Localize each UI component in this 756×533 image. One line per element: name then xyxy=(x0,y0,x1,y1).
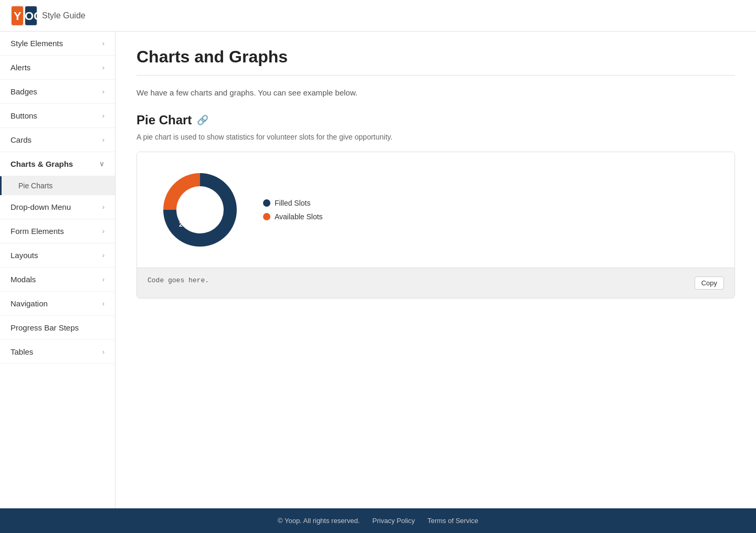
copy-button[interactable]: Copy xyxy=(695,276,724,290)
chevron-icon: › xyxy=(102,348,104,356)
sidebar-item-cards[interactable]: Cards › xyxy=(0,128,115,152)
chevron-icon: › xyxy=(102,227,104,235)
chevron-down-icon: ∨ xyxy=(99,160,104,168)
pie-legend: Filled Slots Available Slots xyxy=(263,199,323,221)
legend-item-filled: Filled Slots xyxy=(263,199,323,207)
sidebar-item-label: Cards xyxy=(10,135,32,144)
sidebar: Style Elements › Alerts › Badges › Butto… xyxy=(0,31,116,508)
legend-item-available: Available Slots xyxy=(263,212,323,221)
page-title: Charts and Graphs xyxy=(136,47,735,67)
sidebar-item-label: Drop-down Menu xyxy=(10,202,71,211)
sidebar-item-badges[interactable]: Badges › xyxy=(0,80,115,104)
sidebar-item-charts-graphs[interactable]: Charts & Graphs ∨ xyxy=(0,152,115,176)
footer-terms-link[interactable]: Terms of Service xyxy=(427,517,478,525)
yoop-logo-icon: Y OOP xyxy=(10,5,38,26)
chevron-icon: › xyxy=(102,203,104,211)
logo[interactable]: Y OOP Style Guide xyxy=(10,5,86,26)
section-title: Pie Chart 🔗 xyxy=(136,113,735,127)
sidebar-item-tables[interactable]: Tables › xyxy=(0,340,115,364)
pie-chart-section: Pie Chart 🔗 A pie chart is used to show … xyxy=(136,113,735,299)
legend-label-available: Available Slots xyxy=(275,212,323,221)
chevron-icon: › xyxy=(102,251,104,259)
sidebar-item-pie-charts[interactable]: Pie Charts xyxy=(0,176,115,195)
chevron-icon: › xyxy=(102,136,104,144)
sidebar-item-alerts[interactable]: Alerts › xyxy=(0,56,115,80)
chevron-icon: › xyxy=(102,275,104,283)
sidebar-item-label: Buttons xyxy=(10,111,37,120)
chart-area: 75% 25% Filled Slots Available Slots xyxy=(137,152,734,268)
sidebar-submenu-charts: Pie Charts xyxy=(0,176,115,195)
code-block: Code goes here. Copy xyxy=(137,268,734,298)
sidebar-item-label: Progress Bar Steps xyxy=(10,323,79,332)
sidebar-item-modals[interactable]: Modals › xyxy=(0,268,115,292)
footer: © Yoop. All rights reserved. Privacy Pol… xyxy=(0,508,756,533)
footer-copyright: © Yoop. All rights reserved. xyxy=(278,517,360,525)
title-divider xyxy=(136,75,735,76)
pie-chart: 75% 25% xyxy=(158,168,242,252)
sidebar-item-dropdown-menu[interactable]: Drop-down Menu › xyxy=(0,195,115,219)
sidebar-item-label: Style Elements xyxy=(10,39,63,48)
sidebar-item-label: Form Elements xyxy=(10,227,64,236)
sidebar-item-style-elements[interactable]: Style Elements › xyxy=(0,31,115,56)
header: Y OOP Style Guide xyxy=(0,0,756,31)
legend-label-filled: Filled Slots xyxy=(275,199,310,207)
footer-privacy-link[interactable]: Privacy Policy xyxy=(372,517,415,525)
chevron-icon: › xyxy=(102,112,104,120)
layout: Style Elements › Alerts › Badges › Butto… xyxy=(0,31,756,508)
main-content: Charts and Graphs We have a few charts a… xyxy=(116,31,756,508)
sidebar-item-label: Alerts xyxy=(10,63,30,72)
svg-text:Y: Y xyxy=(14,9,22,23)
section-description: A pie chart is used to show statistics f… xyxy=(136,133,735,141)
page-description: We have a few charts and graphs. You can… xyxy=(136,88,735,97)
legend-dot-filled xyxy=(263,199,270,207)
sidebar-item-label: Tables xyxy=(10,347,33,356)
sidebar-item-label: Charts & Graphs xyxy=(10,159,73,168)
sidebar-item-progress-bar-steps[interactable]: Progress Bar Steps xyxy=(0,316,115,340)
svg-text:OOP: OOP xyxy=(25,9,38,23)
legend-dot-available xyxy=(263,213,270,220)
sidebar-item-label: Navigation xyxy=(10,299,48,308)
sidebar-item-label: Modals xyxy=(10,275,36,284)
chevron-icon: › xyxy=(102,300,104,307)
sidebar-item-buttons[interactable]: Buttons › xyxy=(0,104,115,128)
chart-card: 75% 25% Filled Slots Available Slots xyxy=(136,152,735,299)
chevron-icon: › xyxy=(102,88,104,95)
sidebar-item-label: Layouts xyxy=(10,251,38,260)
sidebar-item-layouts[interactable]: Layouts › xyxy=(0,243,115,268)
code-text: Code goes here. xyxy=(148,276,209,284)
sidebar-item-navigation[interactable]: Navigation › xyxy=(0,292,115,316)
link-icon[interactable]: 🔗 xyxy=(197,114,208,126)
logo-text: Style Guide xyxy=(42,11,86,20)
chevron-icon: › xyxy=(102,63,104,71)
sidebar-item-label: Badges xyxy=(10,87,37,96)
chevron-icon: › xyxy=(102,39,104,47)
sidebar-item-form-elements[interactable]: Form Elements › xyxy=(0,219,115,243)
svg-text:25%: 25% xyxy=(179,221,192,228)
svg-text:75%: 75% xyxy=(189,199,203,207)
